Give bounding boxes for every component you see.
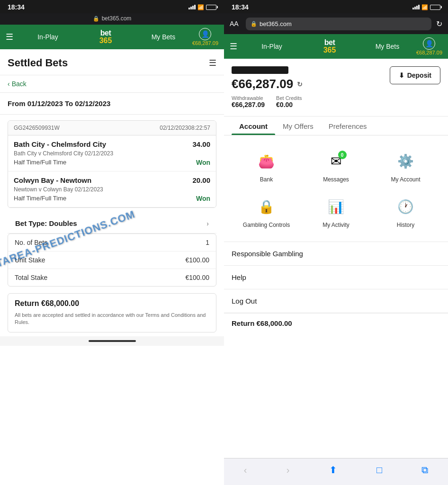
date-range-label: From 01/12/2023 To 02/12/2023 [0, 93, 224, 115]
url-text: bet365.com [260, 20, 292, 27]
withdrawable-item: Withdrawable €66,287.09 [232, 95, 265, 108]
stat-row-0: No. of Bets 1 [8, 234, 216, 251]
url-lock-icon: 🔒 [251, 21, 257, 27]
masked-username [232, 66, 288, 74]
right-status-icons: 📶 [412, 4, 440, 10]
left-logo[interactable]: bet 365 [77, 29, 134, 45]
browser-share-button[interactable]: ⬆ [323, 462, 343, 477]
tab-account[interactable]: Account [232, 117, 275, 135]
list-item-log-out[interactable]: Log Out [224, 289, 448, 313]
settled-bets-title: Settled Bets [8, 57, 68, 69]
menu-item-bank[interactable]: 👛 Bank [232, 143, 301, 189]
left-time: 18:34 [8, 3, 25, 11]
back-button[interactable]: ‹ Back [0, 75, 224, 93]
account-list: Responsible Gambling Help Log Out [224, 242, 448, 313]
url-bar[interactable]: 🔒 bet365.com [246, 18, 431, 30]
right-account-button[interactable]: 👤 €68,287.09 [416, 37, 442, 55]
bank-icon-wrap: 👛 [254, 149, 279, 173]
bet-card-header: GG2426509931W 02/12/202308:22:57 [8, 121, 216, 135]
browser-bookmarks-button[interactable]: □ [371, 463, 388, 477]
my-account-label: My Account [391, 176, 420, 183]
withdrawable-value: €66,287.09 [232, 101, 265, 108]
menu-item-messages[interactable]: ✉ 0 Messages [301, 143, 371, 189]
left-url-text: bet365.com [102, 15, 132, 22]
filter-icon[interactable]: ☰ [209, 58, 216, 68]
stat-value-0: 1 [206, 239, 209, 246]
right-panel: 18:34 📶 AA 🔒 bet365.com ↻ ☰ In-Play bet [224, 0, 448, 485]
menu-item-history[interactable]: 🕐 History [371, 189, 440, 234]
bet-stats-section: No. of Bets 1 Unit Stake €100.00 Total S… [8, 234, 216, 287]
left-status-bar: 18:34 📶 [0, 0, 224, 13]
stat-row-1: Unit Stake €100.00 [8, 251, 216, 269]
menu-item-gambling[interactable]: 🔒 Gambling Controls [232, 189, 301, 234]
deposit-button[interactable]: ⬇ Deposit [390, 66, 440, 84]
history-icon-wrap: 🕐 [394, 194, 418, 219]
return-section: Return €68,000.00 All bets are accepted … [8, 293, 216, 332]
bet-type-row[interactable]: Bet Type: Doubles › [8, 214, 216, 234]
stat-row-2: Total Stake €100.00 [8, 269, 216, 286]
gambling-icon-wrap: 🔒 [254, 194, 279, 219]
bet-credits-value: €0.00 [276, 101, 302, 108]
bottom-peek-label: Return €68,000.00 [232, 319, 292, 327]
deposit-icon: ⬇ [399, 72, 404, 79]
bet-market-label-2: Half Time/Full Time [14, 195, 66, 202]
left-account-button[interactable]: 👤 €68,287.09 [192, 28, 218, 46]
browser-tabs-button[interactable]: ⧉ [416, 463, 434, 477]
my-activity-icon: 📊 [328, 199, 344, 215]
bet-market-2: Half Time/Full Time Won [14, 195, 210, 202]
account-section: €66,287.09 ↻ Withdrawable €66,287.09 Bet… [224, 59, 448, 117]
tab-preferences[interactable]: Preferences [321, 117, 375, 135]
return-label: Return €68,000.00 [15, 299, 209, 308]
bet-odds-2: 20.00 [192, 176, 210, 184]
refresh-button[interactable]: ↻ [436, 19, 442, 28]
right-menu-icon[interactable]: ☰ [230, 41, 237, 52]
browser-back-button[interactable]: ‹ [238, 463, 253, 477]
stat-value-1: €100.00 [185, 256, 209, 264]
aa-button[interactable]: AA [230, 20, 241, 27]
menu-item-my-activity[interactable]: 📊 My Activity [301, 189, 371, 234]
bet-sub-1: Bath City v Chelmsford City 02/12/2023 [14, 150, 210, 157]
bet-odds-1: 34.00 [192, 140, 210, 148]
bet-match-2: Colwyn Bay - Newtown [14, 176, 91, 184]
right-battery-icon [430, 5, 440, 10]
stat-label-2: Total Stake [15, 274, 47, 281]
bet-ref: GG2426509931W [14, 125, 60, 131]
right-balance: €68,287.09 [416, 50, 442, 55]
right-signal-icon [412, 5, 420, 9]
bet-market-1: Half Time/Full Time Won [14, 159, 210, 166]
main-balance-value: €66,287.09 [232, 77, 293, 91]
gambling-icon: 🔒 [258, 199, 275, 215]
menu-item-my-account[interactable]: ⚙️ My Account [371, 143, 440, 189]
right-wifi-icon: 📶 [421, 4, 428, 10]
bank-label: Bank [260, 176, 273, 183]
return-disclaimer: All bets are accepted and settled in acc… [15, 312, 209, 326]
right-in-play[interactable]: In-Play [243, 43, 301, 50]
balance-refresh-icon[interactable]: ↻ [297, 81, 303, 88]
balance-row: €66,287.09 ↻ Withdrawable €66,287.09 Bet… [232, 77, 303, 108]
right-content-area: €66,287.09 ↻ Withdrawable €66,287.09 Bet… [224, 59, 448, 458]
left-menu-icon[interactable]: ☰ [6, 32, 13, 42]
wifi-icon: 📶 [197, 4, 204, 10]
history-label: History [397, 222, 414, 228]
bet-title-1: Bath City - Chelmsford City 34.00 [14, 140, 210, 148]
browser-nav-bar: ‹ › ⬆ □ ⧉ [224, 458, 448, 485]
left-my-bets[interactable]: My Bets [134, 33, 192, 41]
tab-my-offers[interactable]: My Offers [275, 117, 321, 135]
back-chevron-icon: ‹ [8, 80, 10, 88]
list-item-responsible-gambling[interactable]: Responsible Gambling [224, 242, 448, 266]
list-item-help[interactable]: Help [224, 266, 448, 289]
sub-balances: Withdrawable €66,287.09 Bet Credits €0.0… [232, 95, 303, 108]
browser-forward-button[interactable]: › [281, 463, 296, 477]
bet-result-2: Won [196, 195, 210, 202]
left-balance: €68,287.09 [192, 40, 218, 46]
left-in-play[interactable]: In-Play [19, 33, 77, 41]
right-my-bets[interactable]: My Bets [358, 43, 416, 50]
right-logo[interactable]: bet 365 [301, 39, 358, 54]
left-nav-bar: ☰ In-Play bet 365 My Bets 👤 €68,287.09 [0, 25, 224, 49]
left-status-icons: 📶 [188, 4, 216, 10]
stat-value-2: €100.00 [185, 274, 209, 281]
left-url-bar: 🔒 bet365.com [0, 13, 224, 25]
bet-type-label: Bet Type: Doubles [15, 219, 77, 227]
account-tabs: Account My Offers Preferences [224, 117, 448, 135]
bet-market-label-1: Half Time/Full Time [14, 159, 66, 166]
